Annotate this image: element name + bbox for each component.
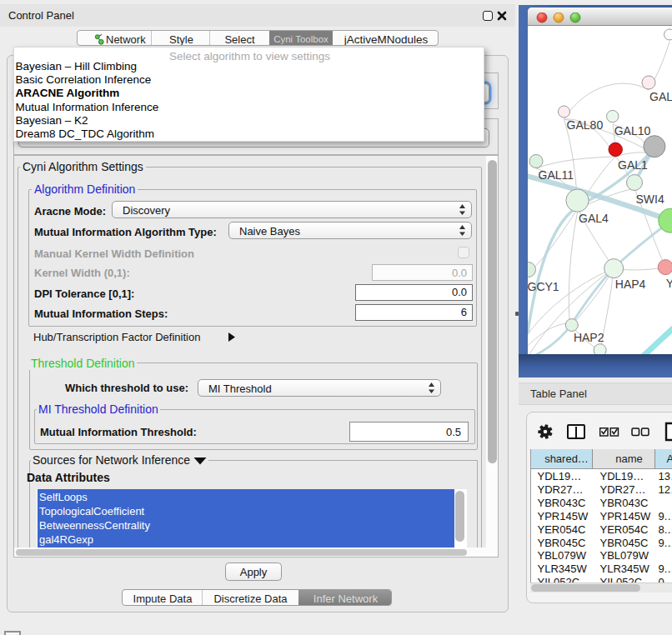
svg-text:HAP4: HAP4 [615, 278, 646, 291]
svg-text:SWI4: SWI4 [636, 192, 664, 206]
svg-text:GAL4: GAL4 [579, 212, 609, 225]
svg-text:GAL11: GAL11 [539, 168, 574, 182]
svg-text:GAL10: GAL10 [614, 124, 651, 138]
svg-text:GCY1: GCY1 [528, 280, 559, 293]
svg-text:GAL80: GAL80 [567, 118, 604, 132]
svg-text:GAL1: GAL1 [618, 158, 648, 172]
svg-text:GAL7: GAL7 [649, 90, 672, 103]
svg-text:Y: Y [666, 277, 672, 290]
svg-text:HAP2: HAP2 [574, 331, 604, 344]
